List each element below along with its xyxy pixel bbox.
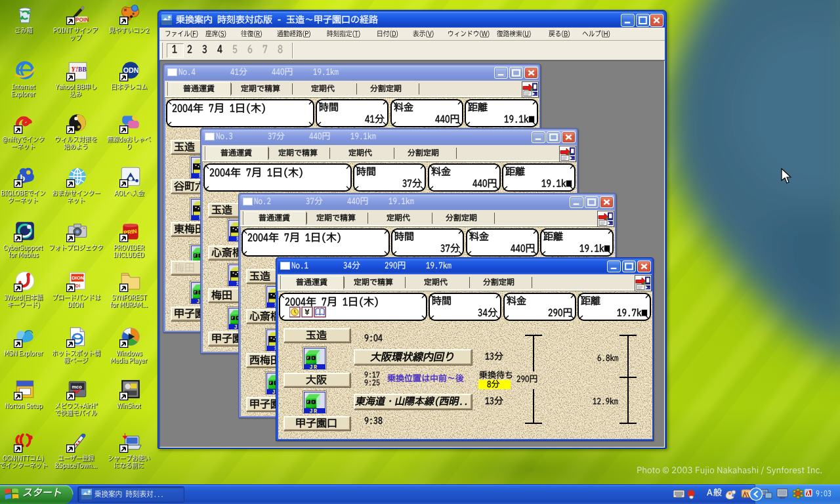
svg-text:mco: mco: [72, 384, 83, 390]
svg-text:POINT: POINT: [75, 16, 89, 23]
svg-text:BB: BB: [78, 66, 87, 73]
svg-text:JR: JR: [310, 364, 318, 369]
svg-text:DION: DION: [72, 275, 85, 281]
svg-text:Y!: Y!: [71, 66, 78, 73]
svg-text:JR: JR: [310, 408, 318, 413]
